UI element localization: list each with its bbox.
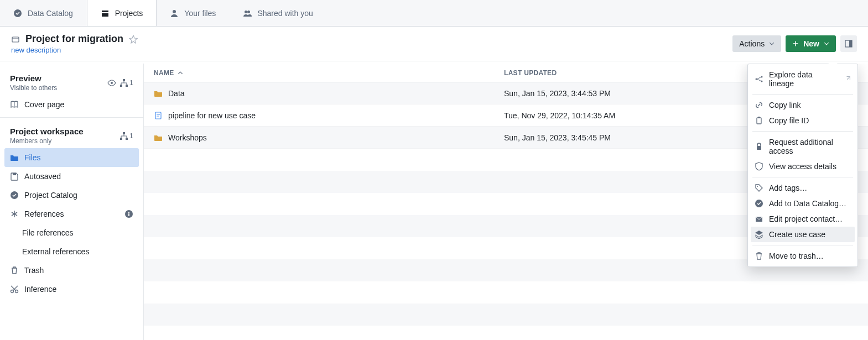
plus-icon xyxy=(792,40,799,47)
trash-icon xyxy=(755,252,763,260)
dd-edit-contact[interactable]: Edit project contact… xyxy=(748,211,857,227)
header-left: Project for migration new description xyxy=(11,33,138,54)
new-label: New xyxy=(803,39,819,48)
dd-request-access[interactable]: Request additional access xyxy=(748,134,857,159)
check-circle-icon xyxy=(755,199,763,208)
tab-projects[interactable]: Projects xyxy=(87,0,157,26)
cut-icon xyxy=(10,285,19,294)
trash-icon xyxy=(10,266,19,275)
sidebar-workspace-section: Project workspace Members only 1 xyxy=(0,121,143,148)
sidebar: Preview Visible to others 1 Cover page xyxy=(0,64,144,340)
eye-icon[interactable] xyxy=(107,79,116,87)
panel-icon xyxy=(844,39,853,48)
sidebar-item-autosaved[interactable]: Autosaved xyxy=(0,167,143,186)
mail-icon xyxy=(755,215,763,223)
check-circle-icon xyxy=(13,9,22,18)
sidebar-item-label: Files xyxy=(24,153,41,162)
folder-icon xyxy=(154,133,163,142)
actions-button[interactable]: Actions xyxy=(732,35,781,52)
preview-subtitle: Visible to others xyxy=(10,84,57,92)
sub-item-label: File references xyxy=(22,228,74,237)
sidebar-cover-page[interactable]: Cover page xyxy=(0,95,143,114)
sitemap-icon xyxy=(119,79,128,87)
chevron-down-icon xyxy=(769,41,775,46)
projects-icon xyxy=(101,9,110,18)
tab-label: Shared with you xyxy=(257,9,313,18)
divider xyxy=(752,94,853,95)
sidebar-sub-external-references[interactable]: External references xyxy=(0,242,143,261)
dd-create-use-case[interactable]: Create use case xyxy=(751,227,855,242)
folder-open-icon xyxy=(10,153,19,162)
chevron-up-icon xyxy=(178,70,183,76)
dd-add-tags[interactable]: Add tags… xyxy=(748,180,857,196)
tab-your-files[interactable]: Your files xyxy=(157,0,230,26)
actions-label: Actions xyxy=(739,39,765,48)
project-description[interactable]: new description xyxy=(11,46,138,54)
user-icon xyxy=(170,9,179,18)
dd-move-trash[interactable]: Move to trash… xyxy=(748,248,857,264)
cover-page-label: Cover page xyxy=(24,100,64,109)
star-icon[interactable] xyxy=(129,35,138,44)
lock-icon xyxy=(755,142,763,151)
dd-view-access[interactable]: View access details xyxy=(748,159,857,174)
book-icon xyxy=(10,100,19,109)
shield-icon xyxy=(755,162,763,171)
empty-row xyxy=(144,304,868,326)
workspace-title: Project workspace xyxy=(10,127,84,136)
sidebar-item-label: Inference xyxy=(24,285,56,294)
new-button[interactable]: New xyxy=(786,35,836,52)
panel-toggle-button[interactable] xyxy=(840,35,857,52)
sidebar-sub-file-references[interactable]: File references xyxy=(0,223,143,242)
dd-copy-link[interactable]: Copy link xyxy=(748,97,857,113)
people-icon xyxy=(243,9,252,18)
preview-title: Preview xyxy=(10,74,57,83)
column-header-name[interactable]: NAME xyxy=(154,69,504,77)
sidebar-item-files[interactable]: Files xyxy=(4,148,139,167)
workspace-subtitle: Members only xyxy=(10,137,84,145)
link-icon xyxy=(755,101,763,109)
sidebar-item-label: Trash xyxy=(24,266,44,275)
info-icon[interactable] xyxy=(124,210,133,218)
header-right: Actions New xyxy=(732,35,857,52)
layers-icon xyxy=(755,230,763,239)
title-row: Project for migration xyxy=(11,33,138,45)
clipboard-icon xyxy=(755,116,763,125)
chevron-down-icon xyxy=(824,41,829,46)
sidebar-item-project-catalog[interactable]: Project Catalog xyxy=(0,186,143,205)
tab-label: Projects xyxy=(115,9,143,18)
external-icon xyxy=(844,76,851,82)
divider xyxy=(0,117,143,118)
file-icon xyxy=(154,111,163,120)
check-circle-icon xyxy=(10,191,19,200)
tab-label: Data Catalog xyxy=(28,9,73,18)
empty-row xyxy=(144,326,868,340)
tag-icon xyxy=(755,184,763,192)
folder-icon xyxy=(154,89,163,98)
preview-count[interactable]: 1 xyxy=(119,79,133,87)
sidebar-item-label: Autosaved xyxy=(24,172,61,181)
sidebar-item-label: Project Catalog xyxy=(24,191,77,200)
dd-copy-file-id[interactable]: Copy file ID xyxy=(748,113,857,128)
row-name: Workshops xyxy=(168,133,207,142)
sidebar-item-label: References xyxy=(24,210,64,218)
floppy-icon xyxy=(10,172,19,181)
workspace-count[interactable]: 1 xyxy=(119,132,133,140)
actions-dropdown: Explore data lineage Copy link Copy file… xyxy=(747,64,858,267)
sidebar-preview-section: Preview Visible to others 1 xyxy=(0,68,143,95)
sidebar-item-inference[interactable]: Inference xyxy=(0,280,143,299)
dd-add-catalog[interactable]: Add to Data Catalog… xyxy=(748,196,857,211)
sidebar-item-trash[interactable]: Trash xyxy=(0,261,143,280)
divider xyxy=(752,131,853,132)
dd-explore-lineage[interactable]: Explore data lineage xyxy=(748,67,857,91)
tab-data-catalog[interactable]: Data Catalog xyxy=(0,0,87,26)
empty-row xyxy=(144,281,868,304)
divider xyxy=(752,177,853,177)
row-name: pipeline for new use case xyxy=(168,111,256,120)
project-header: Project for migration new description Ac… xyxy=(0,27,868,61)
row-name: Data xyxy=(168,89,185,98)
divider xyxy=(752,245,853,245)
lineage-icon xyxy=(755,75,763,83)
sub-item-label: External references xyxy=(22,247,89,256)
sidebar-item-references[interactable]: References xyxy=(0,205,143,223)
tab-shared-with-you[interactable]: Shared with you xyxy=(230,0,326,26)
